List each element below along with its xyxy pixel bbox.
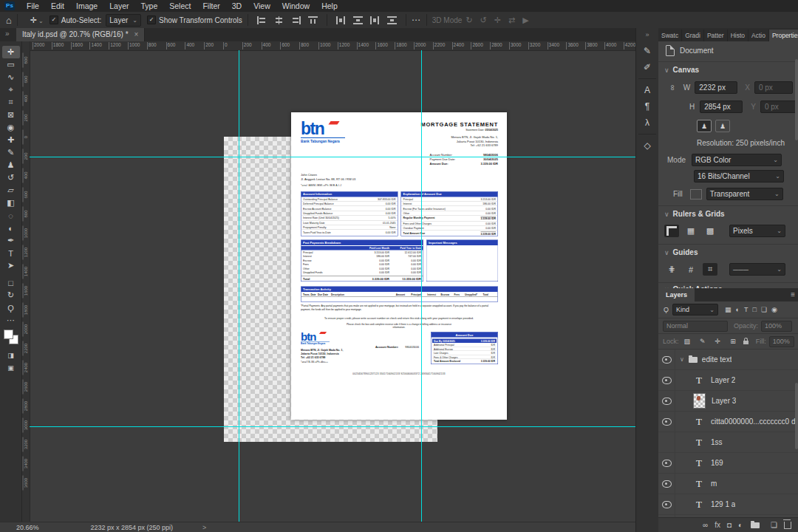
chevron-down-icon[interactable]: ∨ <box>680 356 684 363</box>
align-top-edges-icon[interactable] <box>308 16 318 24</box>
visibility-toggle[interactable] <box>658 432 675 452</box>
screen-mode-icon[interactable]: ▣ <box>2 361 20 374</box>
crop-tool-icon[interactable]: ⌗ <box>2 96 20 109</box>
menu-item-file[interactable]: File <box>21 1 45 10</box>
menu-item-layer[interactable]: Layer <box>103 1 134 10</box>
toggle-pixel-grid-icon[interactable]: ▩ <box>703 225 717 237</box>
guide-horizontal[interactable] <box>30 426 635 427</box>
move-tool-preset-icon[interactable]: ✛⌄ <box>30 16 44 25</box>
guide-style-dropdown[interactable]: ———⌄ <box>729 263 785 276</box>
menu-item-filter[interactable]: Filter <box>197 1 225 10</box>
visibility-toggle[interactable] <box>658 412 675 432</box>
brushes-panel-icon[interactable]: ✐ <box>638 59 656 75</box>
zoom-level-field[interactable]: 20.66% <box>16 524 39 531</box>
libraries-panel-icon[interactable]: ◇ <box>638 137 656 154</box>
rotate-view-tool[interactable]: ↻ <box>2 289 20 301</box>
layer-mask-icon[interactable]: ◘ <box>727 521 732 529</box>
eyedropper-tool-icon[interactable]: ◉ <box>2 121 20 134</box>
toolbar-collapse-icon[interactable]: » <box>5 30 10 38</box>
layer-row[interactable]: T169 <box>658 453 798 474</box>
layer-row[interactable]: Tm <box>658 474 798 494</box>
panel-tab-histo[interactable]: Histo <box>728 30 748 41</box>
filter-smart-objects-icon[interactable]: ❏ <box>761 306 767 313</box>
toggle-smart-guides-icon[interactable]: # <box>683 263 698 276</box>
menu-item-edit[interactable]: Edit <box>45 1 70 10</box>
layers-panel-tab[interactable]: Layers <box>658 288 695 301</box>
glyphs-panel-icon[interactable]: λ <box>638 115 656 131</box>
link-layers-icon[interactable]: ∞ <box>703 521 708 529</box>
canvas-document-page[interactable]: btn Bank Tabungan Negara MORTGAGE STATEM… <box>291 112 507 420</box>
toggle-grid-icon[interactable]: ▦ <box>683 225 698 237</box>
canvas-height-field[interactable]: 2854 px <box>700 100 743 113</box>
history-brush-tool-icon[interactable]: ↺ <box>2 171 20 184</box>
layer-row[interactable]: Tcitta0000000...ccccccc0 d <box>658 412 798 432</box>
panel-tab-patter[interactable]: Patter <box>704 30 728 41</box>
close-tab-icon[interactable]: × <box>134 30 139 38</box>
clone-stamp-tool-icon[interactable]: ♟ <box>2 159 20 171</box>
brush-settings-panel-icon[interactable]: ✎ <box>638 43 656 59</box>
dodge-tool-icon[interactable]: ◐ <box>2 222 20 234</box>
auto-select-checkbox[interactable]: ✓ <box>50 16 58 24</box>
lock-transparent-icon[interactable]: ▨ <box>684 338 691 345</box>
guide-horizontal[interactable] <box>30 157 635 157</box>
align-horizontal-centers-icon[interactable] <box>274 16 284 24</box>
delete-layer-icon[interactable] <box>784 522 791 529</box>
layer-effects-icon[interactable]: fx <box>715 521 720 529</box>
character-panel-icon[interactable]: A <box>638 82 656 98</box>
new-layer-icon[interactable]: ❏ <box>771 521 777 529</box>
clear-guides-icon[interactable]: ⌗ <box>703 263 717 276</box>
horizontal-ruler[interactable]: 2000180016001400120010008006004002000200… <box>30 41 635 51</box>
layers-scrollbar[interactable] <box>795 383 798 449</box>
color-swatches[interactable] <box>4 330 18 344</box>
distribute-centers-v-icon[interactable] <box>387 16 397 24</box>
visibility-toggle[interactable] <box>658 349 675 369</box>
quick-mask-icon[interactable]: ◨ <box>2 349 20 361</box>
move-tool-icon[interactable]: ✛ <box>2 46 20 58</box>
toggle-rulers-icon[interactable] <box>664 225 679 237</box>
panel-tab-swatc[interactable]: Swatc <box>658 30 682 41</box>
adjustment-layer-icon[interactable]: ◐ <box>738 521 743 529</box>
gradient-tool-icon[interactable]: ◧ <box>2 197 20 209</box>
layer-filter-dropdown[interactable]: Kind⌄ <box>672 304 718 316</box>
vertical-ruler[interactable]: 8006004002000200400600800100012001400160… <box>22 41 30 522</box>
home-icon[interactable]: ⌂ <box>6 15 12 26</box>
type-tool-icon[interactable]: T <box>2 247 20 259</box>
lock-position-icon[interactable]: ✛ <box>715 338 721 345</box>
chevron-down-icon[interactable]: ∨ <box>664 249 669 256</box>
lasso-tool-icon[interactable]: ∿ <box>2 71 20 83</box>
landscape-orientation-button[interactable]: ♟ <box>715 120 730 132</box>
fill-swatch[interactable] <box>690 189 702 200</box>
shape-tool[interactable]: □ <box>2 276 20 289</box>
layer-row[interactable]: T1ss <box>658 432 798 453</box>
layer-row[interactable]: Layer 3 <box>658 391 798 412</box>
layer-row[interactable]: ∨edite text <box>658 349 798 370</box>
menu-item-help[interactable]: Help <box>316 1 344 10</box>
blur-tool-icon[interactable]: ◌ <box>2 209 20 222</box>
toggle-guides-icon[interactable]: ⋕ <box>664 263 679 276</box>
align-left-edges-icon[interactable] <box>257 16 267 24</box>
visibility-toggle[interactable] <box>658 453 675 473</box>
filter-type-layers-icon[interactable]: T <box>744 306 748 313</box>
panel-tab-properties[interactable]: Properties <box>769 30 798 41</box>
link-dimensions-icon[interactable]: ∞ <box>669 85 678 91</box>
foreground-color-swatch[interactable] <box>4 330 13 339</box>
guide-vertical[interactable] <box>421 50 422 522</box>
object-selection-tool-icon[interactable]: ⌖ <box>2 83 20 96</box>
expand-panels-icon[interactable]: » <box>645 31 649 38</box>
canvas-width-field[interactable]: 2232 px <box>695 81 737 94</box>
pen-tool-icon[interactable]: ✒ <box>2 234 20 247</box>
guide-vertical[interactable] <box>239 50 239 522</box>
fill-dropdown[interactable]: Transparent⌄ <box>706 188 783 200</box>
chevron-down-icon[interactable]: ∨ <box>664 211 669 218</box>
new-group-icon[interactable] <box>751 522 760 528</box>
path-selection-tool-icon[interactable]: ➤ <box>2 259 20 272</box>
lock-artboard-icon[interactable]: ⊞ <box>730 338 736 345</box>
visibility-toggle[interactable] <box>658 494 675 514</box>
edit-toolbar-icon[interactable]: ⋯ <box>2 314 20 327</box>
properties-scrollbar[interactable] <box>795 59 798 140</box>
chevron-down-icon[interactable]: ∨ <box>664 66 669 74</box>
layer-row[interactable]: TLayer 2 <box>658 370 798 391</box>
document-tab[interactable]: Italy id.psd @ 20.7% (RGB/16) *× <box>16 28 145 41</box>
more-options-icon[interactable]: ⋯ <box>412 15 421 25</box>
lock-all-icon[interactable] <box>743 341 748 344</box>
